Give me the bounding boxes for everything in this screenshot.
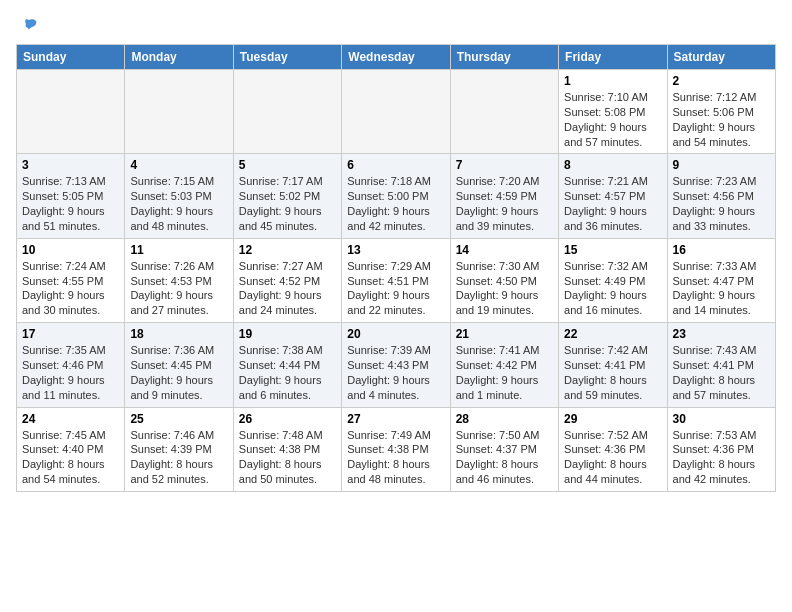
- daylight-label: Daylight: 8 hours and 48 minutes.: [347, 458, 430, 485]
- table-row: 2Sunrise: 7:12 AMSunset: 5:06 PMDaylight…: [667, 70, 775, 154]
- daylight-label: Daylight: 8 hours and 59 minutes.: [564, 374, 647, 401]
- table-row: 1Sunrise: 7:10 AMSunset: 5:08 PMDaylight…: [559, 70, 667, 154]
- day-info: Sunrise: 7:30 AMSunset: 4:50 PMDaylight:…: [456, 259, 553, 318]
- sunrise-label: Sunrise: 7:41 AM: [456, 344, 540, 356]
- sunrise-label: Sunrise: 7:26 AM: [130, 260, 214, 272]
- daylight-label: Daylight: 8 hours and 57 minutes.: [673, 374, 756, 401]
- sunset-label: Sunset: 4:36 PM: [564, 443, 645, 455]
- day-info: Sunrise: 7:39 AMSunset: 4:43 PMDaylight:…: [347, 343, 444, 402]
- day-info: Sunrise: 7:17 AMSunset: 5:02 PMDaylight:…: [239, 174, 336, 233]
- sunrise-label: Sunrise: 7:29 AM: [347, 260, 431, 272]
- day-info: Sunrise: 7:46 AMSunset: 4:39 PMDaylight:…: [130, 428, 227, 487]
- day-info: Sunrise: 7:12 AMSunset: 5:06 PMDaylight:…: [673, 90, 770, 149]
- sunset-label: Sunset: 4:43 PM: [347, 359, 428, 371]
- header: [16, 16, 776, 36]
- day-info: Sunrise: 7:42 AMSunset: 4:41 PMDaylight:…: [564, 343, 661, 402]
- daylight-label: Daylight: 9 hours and 54 minutes.: [673, 121, 756, 148]
- sunset-label: Sunset: 4:47 PM: [673, 275, 754, 287]
- daylight-label: Daylight: 9 hours and 36 minutes.: [564, 205, 647, 232]
- sunset-label: Sunset: 5:03 PM: [130, 190, 211, 202]
- sunrise-label: Sunrise: 7:53 AM: [673, 429, 757, 441]
- day-number: 23: [673, 327, 770, 341]
- sunset-label: Sunset: 5:05 PM: [22, 190, 103, 202]
- sunset-label: Sunset: 4:41 PM: [673, 359, 754, 371]
- daylight-label: Daylight: 9 hours and 19 minutes.: [456, 289, 539, 316]
- table-row: [17, 70, 125, 154]
- sunrise-label: Sunrise: 7:32 AM: [564, 260, 648, 272]
- sunrise-label: Sunrise: 7:12 AM: [673, 91, 757, 103]
- day-number: 9: [673, 158, 770, 172]
- table-row: 6Sunrise: 7:18 AMSunset: 5:00 PMDaylight…: [342, 154, 450, 238]
- day-number: 28: [456, 412, 553, 426]
- day-number: 5: [239, 158, 336, 172]
- day-number: 4: [130, 158, 227, 172]
- col-friday: Friday: [559, 45, 667, 70]
- table-row: 25Sunrise: 7:46 AMSunset: 4:39 PMDayligh…: [125, 407, 233, 491]
- table-row: 28Sunrise: 7:50 AMSunset: 4:37 PMDayligh…: [450, 407, 558, 491]
- daylight-label: Daylight: 9 hours and 24 minutes.: [239, 289, 322, 316]
- daylight-label: Daylight: 9 hours and 27 minutes.: [130, 289, 213, 316]
- sunrise-label: Sunrise: 7:33 AM: [673, 260, 757, 272]
- day-info: Sunrise: 7:48 AMSunset: 4:38 PMDaylight:…: [239, 428, 336, 487]
- sunset-label: Sunset: 4:38 PM: [239, 443, 320, 455]
- sunrise-label: Sunrise: 7:35 AM: [22, 344, 106, 356]
- sunrise-label: Sunrise: 7:50 AM: [456, 429, 540, 441]
- daylight-label: Daylight: 9 hours and 30 minutes.: [22, 289, 105, 316]
- col-thursday: Thursday: [450, 45, 558, 70]
- daylight-label: Daylight: 9 hours and 4 minutes.: [347, 374, 430, 401]
- sunset-label: Sunset: 5:02 PM: [239, 190, 320, 202]
- day-info: Sunrise: 7:13 AMSunset: 5:05 PMDaylight:…: [22, 174, 119, 233]
- day-number: 27: [347, 412, 444, 426]
- sunrise-label: Sunrise: 7:13 AM: [22, 175, 106, 187]
- day-number: 24: [22, 412, 119, 426]
- table-row: 10Sunrise: 7:24 AMSunset: 4:55 PMDayligh…: [17, 238, 125, 322]
- sunrise-label: Sunrise: 7:38 AM: [239, 344, 323, 356]
- daylight-label: Daylight: 9 hours and 51 minutes.: [22, 205, 105, 232]
- sunrise-label: Sunrise: 7:20 AM: [456, 175, 540, 187]
- sunrise-label: Sunrise: 7:24 AM: [22, 260, 106, 272]
- day-info: Sunrise: 7:33 AMSunset: 4:47 PMDaylight:…: [673, 259, 770, 318]
- day-info: Sunrise: 7:29 AMSunset: 4:51 PMDaylight:…: [347, 259, 444, 318]
- sunrise-label: Sunrise: 7:49 AM: [347, 429, 431, 441]
- day-number: 7: [456, 158, 553, 172]
- table-row: 17Sunrise: 7:35 AMSunset: 4:46 PMDayligh…: [17, 323, 125, 407]
- daylight-label: Daylight: 9 hours and 1 minute.: [456, 374, 539, 401]
- day-info: Sunrise: 7:53 AMSunset: 4:36 PMDaylight:…: [673, 428, 770, 487]
- sunset-label: Sunset: 4:36 PM: [673, 443, 754, 455]
- col-monday: Monday: [125, 45, 233, 70]
- table-row: 30Sunrise: 7:53 AMSunset: 4:36 PMDayligh…: [667, 407, 775, 491]
- daylight-label: Daylight: 9 hours and 39 minutes.: [456, 205, 539, 232]
- daylight-label: Daylight: 9 hours and 42 minutes.: [347, 205, 430, 232]
- table-row: 13Sunrise: 7:29 AMSunset: 4:51 PMDayligh…: [342, 238, 450, 322]
- day-info: Sunrise: 7:50 AMSunset: 4:37 PMDaylight:…: [456, 428, 553, 487]
- col-wednesday: Wednesday: [342, 45, 450, 70]
- table-row: 7Sunrise: 7:20 AMSunset: 4:59 PMDaylight…: [450, 154, 558, 238]
- day-number: 29: [564, 412, 661, 426]
- table-row: 27Sunrise: 7:49 AMSunset: 4:38 PMDayligh…: [342, 407, 450, 491]
- sunset-label: Sunset: 4:38 PM: [347, 443, 428, 455]
- table-row: 12Sunrise: 7:27 AMSunset: 4:52 PMDayligh…: [233, 238, 341, 322]
- calendar-week-row: 3Sunrise: 7:13 AMSunset: 5:05 PMDaylight…: [17, 154, 776, 238]
- day-number: 14: [456, 243, 553, 257]
- sunset-label: Sunset: 4:59 PM: [456, 190, 537, 202]
- day-info: Sunrise: 7:21 AMSunset: 4:57 PMDaylight:…: [564, 174, 661, 233]
- sunset-label: Sunset: 4:41 PM: [564, 359, 645, 371]
- day-number: 16: [673, 243, 770, 257]
- day-number: 2: [673, 74, 770, 88]
- daylight-label: Daylight: 9 hours and 48 minutes.: [130, 205, 213, 232]
- calendar-header-row: Sunday Monday Tuesday Wednesday Thursday…: [17, 45, 776, 70]
- sunrise-label: Sunrise: 7:46 AM: [130, 429, 214, 441]
- daylight-label: Daylight: 9 hours and 16 minutes.: [564, 289, 647, 316]
- day-number: 10: [22, 243, 119, 257]
- daylight-label: Daylight: 9 hours and 11 minutes.: [22, 374, 105, 401]
- daylight-label: Daylight: 8 hours and 50 minutes.: [239, 458, 322, 485]
- calendar-week-row: 24Sunrise: 7:45 AMSunset: 4:40 PMDayligh…: [17, 407, 776, 491]
- day-info: Sunrise: 7:18 AMSunset: 5:00 PMDaylight:…: [347, 174, 444, 233]
- table-row: [233, 70, 341, 154]
- table-row: [450, 70, 558, 154]
- sunset-label: Sunset: 4:55 PM: [22, 275, 103, 287]
- table-row: 23Sunrise: 7:43 AMSunset: 4:41 PMDayligh…: [667, 323, 775, 407]
- sunrise-label: Sunrise: 7:52 AM: [564, 429, 648, 441]
- day-info: Sunrise: 7:15 AMSunset: 5:03 PMDaylight:…: [130, 174, 227, 233]
- day-number: 21: [456, 327, 553, 341]
